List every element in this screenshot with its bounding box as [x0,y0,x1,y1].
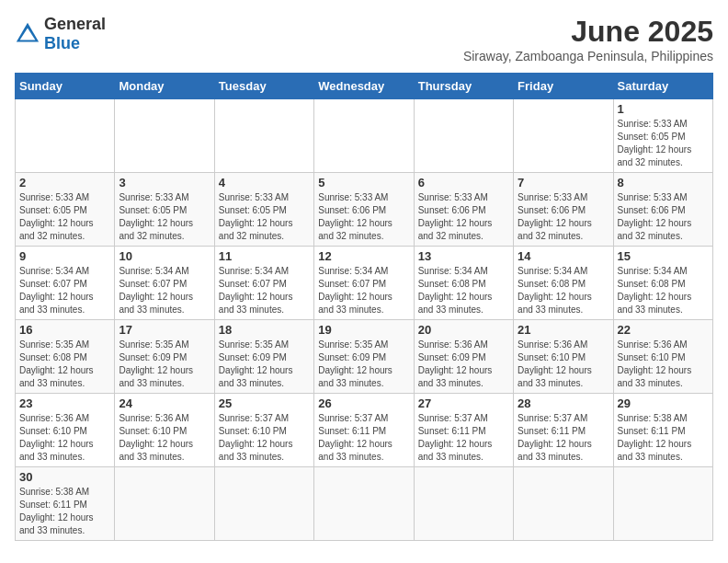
day-number: 22 [618,323,709,337]
calendar-day-cell [115,99,214,173]
calendar-day-cell [314,99,414,173]
calendar-day-cell: 3Sunrise: 5:33 AM Sunset: 6:05 PM Daylig… [115,173,214,247]
day-number: 2 [19,176,110,190]
day-info: Sunrise: 5:34 AM Sunset: 6:07 PM Dayligh… [119,265,210,316]
calendar-day-cell: 18Sunrise: 5:35 AM Sunset: 6:09 PM Dayli… [214,320,313,394]
day-info: Sunrise: 5:36 AM Sunset: 6:10 PM Dayligh… [119,412,210,464]
day-number: 27 [418,396,509,410]
calendar-day-cell [16,99,115,173]
days-of-week-row: SundayMondayTuesdayWednesdayThursdayFrid… [16,74,713,99]
calendar-day-cell: 25Sunrise: 5:37 AM Sunset: 6:10 PM Dayli… [214,394,313,467]
day-info: Sunrise: 5:34 AM Sunset: 6:07 PM Dayligh… [19,265,110,316]
day-info: Sunrise: 5:34 AM Sunset: 6:07 PM Dayligh… [219,265,310,316]
day-info: Sunrise: 5:36 AM Sunset: 6:10 PM Dayligh… [518,339,609,390]
calendar-day-cell: 19Sunrise: 5:35 AM Sunset: 6:09 PM Dayli… [314,320,414,394]
calendar-day-cell: 23Sunrise: 5:36 AM Sunset: 6:10 PM Dayli… [16,394,115,467]
page-header: General Blue June 2025 Siraway, Zamboang… [15,15,713,63]
location-title: Siraway, Zamboanga Peninsula, Philippine… [463,49,713,63]
day-info: Sunrise: 5:35 AM Sunset: 6:08 PM Dayligh… [19,339,110,390]
calendar-day-cell: 5Sunrise: 5:33 AM Sunset: 6:06 PM Daylig… [314,173,414,247]
day-info: Sunrise: 5:36 AM Sunset: 6:10 PM Dayligh… [19,412,110,464]
day-info: Sunrise: 5:33 AM Sunset: 6:06 PM Dayligh… [418,191,509,243]
calendar-day-cell: 13Sunrise: 5:34 AM Sunset: 6:08 PM Dayli… [414,247,513,320]
calendar-day-cell [214,467,313,541]
calendar-table: SundayMondayTuesdayWednesdayThursdayFrid… [15,73,713,541]
day-number: 24 [119,396,210,410]
day-number: 20 [418,323,509,337]
calendar-day-cell: 28Sunrise: 5:37 AM Sunset: 6:11 PM Dayli… [514,394,613,467]
day-number: 29 [618,396,709,410]
day-info: Sunrise: 5:33 AM Sunset: 6:05 PM Dayligh… [618,118,709,169]
calendar-day-cell: 11Sunrise: 5:34 AM Sunset: 6:07 PM Dayli… [214,247,313,320]
calendar-week-row: 23Sunrise: 5:36 AM Sunset: 6:10 PM Dayli… [16,394,713,467]
calendar-day-cell [613,467,712,541]
day-info: Sunrise: 5:34 AM Sunset: 6:08 PM Dayligh… [618,265,709,316]
calendar-week-row: 30Sunrise: 5:38 AM Sunset: 6:11 PM Dayli… [16,467,713,541]
day-number: 8 [618,176,709,190]
logo: General Blue [15,15,106,53]
day-number: 19 [318,323,409,337]
calendar-day-cell [314,467,414,541]
day-info: Sunrise: 5:36 AM Sunset: 6:09 PM Dayligh… [418,339,509,390]
day-info: Sunrise: 5:38 AM Sunset: 6:11 PM Dayligh… [618,412,709,464]
day-info: Sunrise: 5:34 AM Sunset: 6:08 PM Dayligh… [518,265,609,316]
calendar-day-cell: 20Sunrise: 5:36 AM Sunset: 6:09 PM Dayli… [414,320,513,394]
day-number: 10 [119,249,210,263]
day-number: 6 [418,176,509,190]
day-info: Sunrise: 5:35 AM Sunset: 6:09 PM Dayligh… [119,339,210,390]
day-number: 14 [518,249,609,263]
day-info: Sunrise: 5:33 AM Sunset: 6:05 PM Dayligh… [119,191,210,243]
day-info: Sunrise: 5:37 AM Sunset: 6:11 PM Dayligh… [318,412,409,464]
calendar-week-row: 16Sunrise: 5:35 AM Sunset: 6:08 PM Dayli… [16,320,713,394]
calendar-day-cell: 16Sunrise: 5:35 AM Sunset: 6:08 PM Dayli… [16,320,115,394]
day-number: 3 [119,176,210,190]
calendar-week-row: 1Sunrise: 5:33 AM Sunset: 6:05 PM Daylig… [16,99,713,173]
day-info: Sunrise: 5:33 AM Sunset: 6:06 PM Dayligh… [518,191,609,243]
day-info: Sunrise: 5:37 AM Sunset: 6:11 PM Dayligh… [518,412,609,464]
calendar-day-cell: 21Sunrise: 5:36 AM Sunset: 6:10 PM Dayli… [514,320,613,394]
calendar-day-cell: 10Sunrise: 5:34 AM Sunset: 6:07 PM Dayli… [115,247,214,320]
day-info: Sunrise: 5:33 AM Sunset: 6:05 PM Dayligh… [19,191,110,243]
logo-text: General Blue [44,15,106,53]
day-number: 13 [418,249,509,263]
calendar-day-cell: 17Sunrise: 5:35 AM Sunset: 6:09 PM Dayli… [115,320,214,394]
day-info: Sunrise: 5:34 AM Sunset: 6:08 PM Dayligh… [418,265,509,316]
calendar-day-cell: 12Sunrise: 5:34 AM Sunset: 6:07 PM Dayli… [314,247,414,320]
day-of-week-header: Saturday [613,74,712,99]
day-number: 9 [19,249,110,263]
calendar-day-cell: 9Sunrise: 5:34 AM Sunset: 6:07 PM Daylig… [16,247,115,320]
calendar-day-cell: 26Sunrise: 5:37 AM Sunset: 6:11 PM Dayli… [314,394,414,467]
day-number: 28 [518,396,609,410]
calendar-day-cell [414,467,513,541]
calendar-day-cell: 7Sunrise: 5:33 AM Sunset: 6:06 PM Daylig… [514,173,613,247]
calendar-header: SundayMondayTuesdayWednesdayThursdayFrid… [16,74,713,99]
day-number: 4 [219,176,310,190]
calendar-day-cell: 27Sunrise: 5:37 AM Sunset: 6:11 PM Dayli… [414,394,513,467]
calendar-day-cell [514,467,613,541]
day-of-week-header: Thursday [414,74,513,99]
day-info: Sunrise: 5:34 AM Sunset: 6:07 PM Dayligh… [318,265,409,316]
day-info: Sunrise: 5:33 AM Sunset: 6:06 PM Dayligh… [318,191,409,243]
calendar-day-cell: 30Sunrise: 5:38 AM Sunset: 6:11 PM Dayli… [16,467,115,541]
day-info: Sunrise: 5:35 AM Sunset: 6:09 PM Dayligh… [318,339,409,390]
day-of-week-header: Wednesday [314,74,414,99]
calendar-day-cell: 15Sunrise: 5:34 AM Sunset: 6:08 PM Dayli… [613,247,712,320]
calendar-day-cell [514,99,613,173]
day-number: 12 [318,249,409,263]
day-info: Sunrise: 5:38 AM Sunset: 6:11 PM Dayligh… [19,486,110,537]
day-number: 18 [219,323,310,337]
day-of-week-header: Monday [115,74,214,99]
day-number: 25 [219,396,310,410]
calendar-week-row: 2Sunrise: 5:33 AM Sunset: 6:05 PM Daylig… [16,173,713,247]
calendar-week-row: 9Sunrise: 5:34 AM Sunset: 6:07 PM Daylig… [16,247,713,320]
calendar-day-cell: 8Sunrise: 5:33 AM Sunset: 6:06 PM Daylig… [613,173,712,247]
day-info: Sunrise: 5:36 AM Sunset: 6:10 PM Dayligh… [618,339,709,390]
calendar-day-cell: 1Sunrise: 5:33 AM Sunset: 6:05 PM Daylig… [613,99,712,173]
day-info: Sunrise: 5:37 AM Sunset: 6:11 PM Dayligh… [418,412,509,464]
day-of-week-header: Friday [514,74,613,99]
day-of-week-header: Tuesday [214,74,313,99]
day-of-week-header: Sunday [16,74,115,99]
title-area: June 2025 Siraway, Zamboanga Peninsula, … [463,15,713,63]
calendar-day-cell: 14Sunrise: 5:34 AM Sunset: 6:08 PM Dayli… [514,247,613,320]
day-number: 1 [618,102,709,116]
